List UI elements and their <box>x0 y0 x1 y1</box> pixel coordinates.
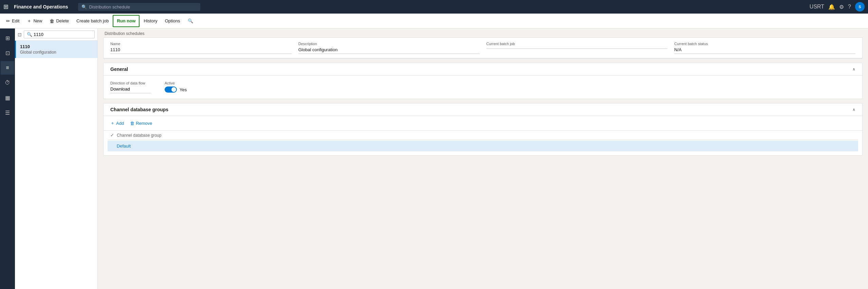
app-title: Finance and Operations <box>14 4 68 9</box>
channel-group-column-header: Channel database group <box>117 133 161 138</box>
channel-table: ✓ Channel database group Default <box>104 131 862 155</box>
batch-status-field: Current batch status N/A <box>674 42 855 54</box>
sidebar-search-box[interactable]: 🔍 <box>24 31 95 38</box>
run-now-button[interactable]: Run now <box>113 15 140 27</box>
settings-icon[interactable]: ⚙ <box>839 4 844 10</box>
name-field: Name 1110 <box>110 42 292 54</box>
user-label: USRT <box>810 4 824 10</box>
search-icon: 🔍 <box>81 4 87 9</box>
edit-icon: ✏ <box>6 18 10 24</box>
general-section-title: General <box>110 66 128 72</box>
sidebar-search-icon: 🔍 <box>27 32 32 37</box>
command-search-icon: 🔍 <box>188 18 193 23</box>
delete-button[interactable]: 🗑 Delete <box>46 15 72 27</box>
active-label: Active <box>165 81 187 85</box>
new-icon: ＋ <box>27 18 32 24</box>
new-button[interactable]: ＋ New <box>23 15 45 27</box>
name-value: 1110 <box>110 47 292 54</box>
channel-row-icon <box>110 143 114 149</box>
sidebar: ⊡ 🔍 1110 Global configuration <box>15 28 98 289</box>
remove-channel-button[interactable]: 🗑 Remove <box>127 119 155 127</box>
main-content: Distribution schedules Name 1110 Descrip… <box>98 28 868 289</box>
filter-icon[interactable]: ⊡ <box>18 32 22 37</box>
general-section-header[interactable]: General ∧ <box>104 63 862 76</box>
channel-groups-header[interactable]: Channel database groups ∧ <box>104 103 862 116</box>
channel-groups-section: Channel database groups ∧ ＋ Add 🗑 Remove… <box>103 103 863 156</box>
command-search-button[interactable]: 🔍 <box>184 15 197 27</box>
batch-status-label: Current batch status <box>674 42 855 46</box>
notification-icon[interactable]: 🔔 <box>828 4 835 10</box>
delete-icon: 🗑 <box>50 18 54 24</box>
nav-list-icon[interactable]: ☰ <box>1 106 14 119</box>
remove-icon: 🗑 <box>130 121 134 126</box>
nav-home-icon[interactable]: ⊞ <box>1 31 14 45</box>
breadcrumb: Distribution schedules <box>98 28 868 37</box>
top-bar-right: USRT 🔔 ⚙ ? S <box>810 2 865 12</box>
active-toggle-label: Yes <box>180 87 187 92</box>
nav-workspaces-icon[interactable]: ▦ <box>1 91 14 104</box>
name-label: Name <box>110 42 292 46</box>
description-field: Description Global configuration <box>298 42 480 54</box>
help-icon[interactable]: ? <box>848 4 851 10</box>
options-button[interactable]: Options <box>162 15 184 27</box>
batch-job-label: Current batch job <box>486 42 668 46</box>
add-channel-button[interactable]: ＋ Add <box>108 119 127 128</box>
sidebar-item-1110[interactable]: 1110 Global configuration <box>15 41 97 58</box>
direction-value: Download <box>110 86 151 93</box>
general-chevron-icon: ∧ <box>852 67 855 72</box>
check-header-icon: ✓ <box>110 133 114 138</box>
left-nav: ⊞ ⊡ ≡ ⏱ ▦ ☰ <box>0 28 15 289</box>
global-search-input[interactable] <box>89 4 197 9</box>
avatar[interactable]: S <box>855 2 865 12</box>
nav-menu-icon[interactable]: ≡ <box>1 61 14 75</box>
description-label: Description <box>298 42 480 46</box>
batch-job-field: Current batch job <box>486 42 668 54</box>
channel-row[interactable]: Default <box>108 141 858 151</box>
command-bar: ✏ Edit ＋ New 🗑 Delete Create batch job R… <box>0 14 868 28</box>
batch-job-value <box>486 47 668 49</box>
active-toggle-wrap: Yes <box>165 86 187 93</box>
active-field: Active Yes <box>165 81 187 93</box>
sidebar-item-name: 1110 <box>20 44 93 49</box>
detail-card: Name 1110 Description Global configurati… <box>103 37 863 59</box>
description-value: Global configuration <box>298 47 480 54</box>
general-body: Direction of data flow Download Active Y… <box>104 76 862 99</box>
channel-groups-chevron-icon: ∧ <box>852 107 855 112</box>
sidebar-filter-bar: ⊡ 🔍 <box>15 28 97 41</box>
add-icon: ＋ <box>110 120 115 126</box>
nav-filter-icon[interactable]: ⊡ <box>1 46 14 60</box>
edit-button[interactable]: ✏ Edit <box>3 15 23 27</box>
batch-status-value: N/A <box>674 47 855 54</box>
top-bar: ⊞ Finance and Operations 🔍 USRT 🔔 ⚙ ? S <box>0 0 868 14</box>
main-layout: ⊞ ⊡ ≡ ⏱ ▦ ☰ ⊡ 🔍 1110 Global configuratio… <box>0 28 868 289</box>
direction-label: Direction of data flow <box>110 81 151 85</box>
detail-header: Name 1110 Description Global configurati… <box>104 38 862 58</box>
channel-toolbar: ＋ Add 🗑 Remove <box>104 116 862 131</box>
create-batch-button[interactable]: Create batch job <box>73 15 112 27</box>
channel-table-header: ✓ Channel database group <box>108 131 858 140</box>
direction-field: Direction of data flow Download <box>110 81 151 93</box>
sidebar-search-input[interactable] <box>34 32 92 37</box>
app-grid-icon[interactable]: ⊞ <box>3 3 8 11</box>
history-button[interactable]: History <box>140 15 161 27</box>
sidebar-item-desc: Global configuration <box>20 50 93 55</box>
channel-groups-title: Channel database groups <box>110 107 168 112</box>
general-section: General ∧ Direction of data flow Downloa… <box>103 63 863 99</box>
active-toggle[interactable] <box>165 86 177 93</box>
channel-row-value: Default <box>117 143 131 149</box>
global-search-bar[interactable]: 🔍 <box>78 3 200 11</box>
nav-recent-icon[interactable]: ⏱ <box>1 76 14 90</box>
